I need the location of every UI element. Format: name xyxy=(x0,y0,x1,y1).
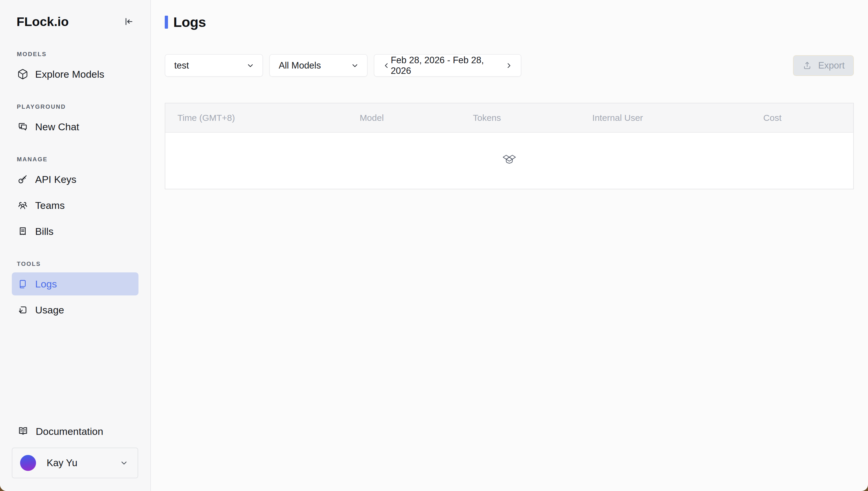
export-label: Export xyxy=(818,60,845,71)
date-prev-button[interactable] xyxy=(382,61,391,70)
page-header: Logs xyxy=(165,14,854,30)
section-label-playground: PLAYGROUND xyxy=(17,104,150,110)
section-label-tools: TOOLS xyxy=(17,261,150,267)
sidebar: FLock.io MODELS Explore Models xyxy=(0,0,151,491)
key-icon xyxy=(17,174,28,185)
logs-table-header: Time (GMT+8) Model Tokens Internal User … xyxy=(165,104,853,133)
sidebar-item-label: Teams xyxy=(35,200,65,211)
model-select-value: All Models xyxy=(279,60,321,71)
column-header-cost: Cost xyxy=(691,113,853,123)
chevron-down-icon xyxy=(119,458,129,468)
column-header-model: Model xyxy=(313,113,430,123)
logs-table-empty-state xyxy=(165,133,853,189)
logs-table: Time (GMT+8) Model Tokens Internal User … xyxy=(165,103,854,190)
cube-icon xyxy=(17,68,28,80)
upload-icon xyxy=(802,61,812,70)
chat-bubbles-icon xyxy=(17,121,28,132)
user-name: Kay Yu xyxy=(46,457,78,468)
sidebar-item-label: New Chat xyxy=(35,121,79,133)
sidebar-item-label: API Keys xyxy=(35,174,76,185)
title-accent-bar xyxy=(165,16,168,29)
collapse-sidebar-icon xyxy=(123,16,134,27)
nav-tools: Logs Usage xyxy=(0,272,150,321)
app-window: FLock.io MODELS Explore Models xyxy=(0,0,868,491)
export-button[interactable]: Export xyxy=(793,55,854,76)
sidebar-item-bills[interactable]: Bills xyxy=(12,220,138,243)
collapse-sidebar-button[interactable] xyxy=(122,15,135,28)
model-select[interactable]: All Models xyxy=(269,54,368,77)
section-label-manage: MANAGE xyxy=(17,156,150,163)
section-label-models: MODELS xyxy=(17,51,150,58)
date-range-value: Feb 28, 2026 - Feb 28, 2026 xyxy=(391,55,504,76)
sidebar-footer: Documentation Kay Yu xyxy=(0,420,150,491)
filters-bar: test All Models Feb 28, 2026 - Feb 28, 2… xyxy=(165,54,854,77)
app-logo: FLock.io xyxy=(17,15,69,29)
sidebar-item-label: Explore Models xyxy=(35,68,104,80)
project-select[interactable]: test xyxy=(165,54,263,77)
project-select-value: test xyxy=(174,60,189,71)
sidebar-item-new-chat[interactable]: New Chat xyxy=(12,115,138,138)
sidebar-item-label: Usage xyxy=(35,304,64,316)
column-header-time: Time (GMT+8) xyxy=(165,113,313,123)
chevron-down-icon xyxy=(246,61,255,70)
nav-playground: New Chat xyxy=(0,115,150,138)
users-group-icon xyxy=(17,200,28,211)
main-content: Logs test All Models Feb 28, 2026 - Feb … xyxy=(151,0,868,491)
nav-models: Explore Models xyxy=(0,63,150,86)
user-menu[interactable]: Kay Yu xyxy=(12,447,138,478)
date-next-button[interactable] xyxy=(504,61,513,70)
nav-manage: API Keys Teams xyxy=(0,168,150,243)
sidebar-item-teams[interactable]: Teams xyxy=(12,194,138,217)
sidebar-item-label: Bills xyxy=(35,226,54,237)
avatar xyxy=(20,455,36,471)
column-header-internal-user: Internal User xyxy=(544,113,691,123)
sidebar-item-logs[interactable]: Logs xyxy=(12,272,138,295)
date-range-picker[interactable]: Feb 28, 2026 - Feb 28, 2026 xyxy=(374,54,521,77)
sidebar-item-explore-models[interactable]: Explore Models xyxy=(12,63,138,86)
sidebar-item-label: Logs xyxy=(35,278,57,290)
column-header-tokens: Tokens xyxy=(430,113,544,123)
documentation-label: Documentation xyxy=(36,426,103,437)
page-title: Logs xyxy=(173,14,206,30)
square-check-icon xyxy=(17,304,28,316)
book-icon xyxy=(17,278,28,290)
sidebar-item-api-keys[interactable]: API Keys xyxy=(12,168,138,191)
sidebar-item-usage[interactable]: Usage xyxy=(12,298,138,321)
open-book-icon xyxy=(17,426,29,437)
documentation-link[interactable]: Documentation xyxy=(0,420,150,443)
sidebar-header: FLock.io xyxy=(0,0,150,28)
receipt-icon xyxy=(17,226,28,237)
empty-open-box-icon xyxy=(502,153,517,168)
chevron-down-icon xyxy=(350,61,359,70)
